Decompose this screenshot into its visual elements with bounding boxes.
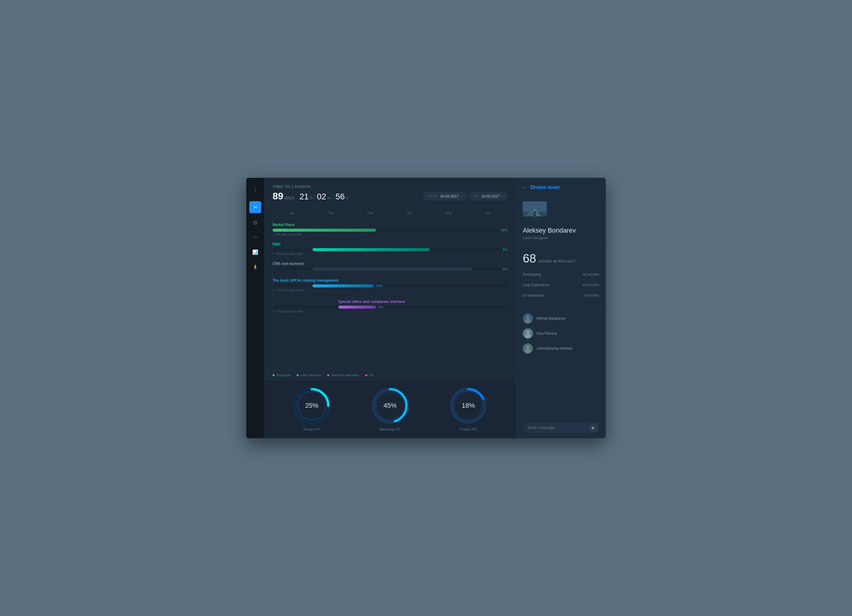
sidebar-icon-chart[interactable]: 📊 [249, 246, 261, 258]
member-name-mikhail: Mikhail Balabanov [536, 316, 566, 321]
kpi-design-percent-val: 25% [305, 402, 319, 410]
user-icon: 🧍 [252, 264, 258, 270]
right-panel-header: ← Dream team [516, 178, 606, 196]
kpi-marketing-percent-val: 45% [384, 402, 397, 410]
gantt-bar-cms: 0% [273, 268, 508, 271]
kpi-marketing-percent-text: 45% [384, 402, 397, 410]
hours-big: 68 HOURS IN PROJECT [523, 252, 599, 265]
gantt-bar-rd: 5% [273, 248, 508, 251]
code-icon: </> [253, 235, 258, 239]
svg-point-22 [526, 330, 530, 334]
back-arrow-icon[interactable]: ← [523, 185, 527, 190]
kpi-design-label: Design KPI [304, 428, 320, 431]
hours-val-ux: 24 HOURS [583, 283, 599, 287]
legend-label-animation: Interface animation [331, 373, 359, 377]
legend-ux: UX [365, 373, 373, 377]
gantt-area: Jan Feb Mar Apr May Jun [264, 207, 516, 370]
gantt-percent-api: 24% [376, 284, 508, 288]
legend-dot-ui [296, 374, 299, 376]
from-date-filter[interactable]: FROM 10-02-2017 ▾ [423, 193, 467, 200]
svg-point-21 [525, 319, 531, 324]
timer-days: 89 [273, 191, 283, 202]
timer-hours: 21 [299, 192, 308, 202]
month-header: Jan Feb Mar Apr May Jun [273, 207, 508, 218]
time-to-launch-label: TIME TO LAUNCH: [273, 184, 508, 189]
gantt-hint-marketplace: ↓ -5% than last month [273, 233, 508, 236]
svg-rect-19 [533, 214, 536, 218]
kpi-area: 25% Design KPI 45% [264, 380, 516, 438]
hours-val-prototyping: 16 HOURS [583, 273, 599, 276]
sidebar-icon-filter[interactable]: ▤ [249, 216, 261, 228]
profile-avatar [523, 202, 547, 222]
gantt-row-marketplace: Market Place 34% ↓ -5% than last month [273, 220, 508, 236]
profile-role: Lead Designer [523, 236, 599, 240]
member-avatar-mikhail [523, 313, 533, 324]
timer-minutes-unit: m [328, 196, 331, 200]
to-date-value: 10-02-2017 [482, 194, 500, 199]
kpi-design: 25% Design KPI [292, 386, 331, 431]
svg-point-25 [525, 349, 531, 354]
gantt-percent-marketplace: 34% [501, 228, 508, 232]
month-jun: Jun [468, 211, 508, 215]
kpi-product-chart: 18% [449, 386, 488, 425]
gantt-percent-special: 4% [378, 305, 508, 309]
kpi-marketing-chart: 45% [370, 386, 409, 425]
gantt-task-name-marketplace: Market Place [273, 223, 508, 227]
tools-icon: ✂ [254, 205, 257, 210]
message-wrapper: ▶ [523, 423, 599, 433]
member-name-irina: Irina Filinova [536, 331, 557, 336]
timer-seconds: 56 [335, 192, 345, 202]
from-date-value: 10-02-2017 [440, 194, 458, 199]
hours-task-prototyping: Prototyping [523, 273, 541, 277]
gantt-row-rd: R&D 5% ↑ +5% than last month [273, 241, 508, 256]
legend-label-ux: UX [369, 373, 373, 377]
from-label: FROM [428, 194, 437, 198]
team-member-likhod: Likhodzieysky Aleksey [523, 341, 599, 356]
right-panel: ← Dream team Aleksey Bondarev [516, 178, 606, 438]
member-avatar-likhod [523, 343, 533, 354]
svg-point-20 [526, 315, 530, 319]
timer-minutes: 02 [317, 192, 326, 202]
send-icon: ▶ [592, 426, 594, 430]
kpi-product-label: Product KPI [459, 428, 477, 431]
sidebar-icon-code[interactable]: </> [249, 231, 261, 243]
to-label: TO [474, 194, 479, 198]
gantt-task-name-cms: CMS and backend [273, 262, 508, 266]
gantt-row-special: Special offers and companies interface 4… [273, 297, 508, 313]
hours-row-ui: UI Interaction 8 HOURS [523, 290, 599, 301]
hours-task-ui: UI Interaction [523, 293, 544, 298]
gantt-legend: Prototype User Interface Interface anima… [264, 370, 516, 380]
legend-label-ui: User Interface [301, 373, 321, 377]
hours-in-project-label: HOURS IN PROJECT [539, 259, 576, 263]
menu-icon[interactable]: ⋮ [250, 184, 260, 195]
kpi-design-chart: 25% [292, 386, 331, 425]
kpi-product-percent-text: 18% [462, 402, 475, 410]
svg-point-18 [533, 211, 536, 214]
gantt-hint-api: ↑ +12% than last month [273, 289, 508, 292]
header: TIME TO LAUNCH: 89 days 21 h : 02 m : 56… [264, 178, 516, 207]
message-input[interactable] [523, 423, 599, 433]
month-jan: Jan [273, 211, 312, 215]
timer: 89 days 21 h : 02 m : 56 s [273, 191, 348, 202]
hours-total: 68 [523, 252, 536, 265]
gantt-task-name-special: Special offers and companies interface [338, 300, 508, 304]
svg-point-24 [526, 345, 530, 349]
legend-dot-prototype [273, 374, 275, 376]
gantt-bar-special: 4% [273, 306, 508, 309]
legend-ui: User Interface [296, 373, 321, 377]
kpi-product: 18% Product KPI [449, 386, 488, 431]
gantt-bar-api: 24% [273, 285, 508, 287]
send-message-button[interactable]: ▶ [589, 423, 597, 432]
gantt-rows: Market Place 34% ↓ -5% than last month R… [273, 218, 508, 317]
kpi-design-percent-text: 25% [305, 402, 319, 410]
legend-animation: Interface animation [327, 373, 359, 377]
member-name-likhod: Likhodzieysky Aleksey [536, 346, 572, 351]
sidebar-icon-user[interactable]: 🧍 [249, 261, 261, 273]
sidebar-icon-tools[interactable]: ✂ [249, 201, 261, 213]
svg-point-23 [525, 334, 531, 339]
hours-breakdown: Prototyping 16 HOURS User Experience 24 … [523, 270, 599, 301]
gantt-percent-cms: 0% [503, 267, 508, 271]
to-date-filter[interactable]: TO 10-02-2017 ▾ [470, 193, 508, 200]
from-chevron-icon: ▾ [461, 194, 462, 198]
kpi-marketing-label: Marketing KPI [379, 428, 400, 431]
